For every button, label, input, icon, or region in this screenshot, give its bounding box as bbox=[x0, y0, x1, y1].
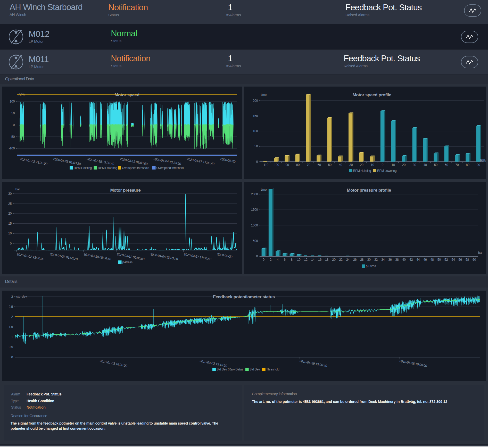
svg-text:2000: 2000 bbox=[251, 192, 258, 196]
svg-text:18: 18 bbox=[325, 258, 329, 261]
svg-text:32: 32 bbox=[374, 258, 378, 261]
svg-text:-20: -20 bbox=[359, 163, 363, 167]
svg-text:2018-06-26 10:00:00: 2018-06-26 10:00:00 bbox=[399, 359, 427, 368]
svg-text:2020-02-18 05:26:40: 2020-02-18 05:26:40 bbox=[86, 157, 115, 166]
svg-text:70: 70 bbox=[455, 163, 459, 167]
svg-text:150: 150 bbox=[253, 114, 258, 118]
svg-text:50: 50 bbox=[254, 145, 258, 148]
svg-text:2020-04-27 17:06:40: 2020-04-27 17:06:40 bbox=[183, 252, 212, 261]
svg-text:-50: -50 bbox=[10, 135, 15, 139]
svg-text:2020-02-18 05:26:40: 2020-02-18 05:26:40 bbox=[83, 252, 112, 261]
svg-text:100: 100 bbox=[10, 100, 15, 103]
svg-text:1: 1 bbox=[11, 335, 13, 339]
svg-text:0: 0 bbox=[13, 123, 15, 127]
svg-text:24: 24 bbox=[346, 258, 350, 261]
svg-text:time: time bbox=[261, 93, 267, 97]
svg-text:2020-01-26 01:53:20: 2020-01-26 01:53:20 bbox=[53, 157, 81, 166]
svg-text:500: 500 bbox=[253, 239, 258, 243]
svg-text:25: 25 bbox=[8, 202, 12, 206]
svg-text:30: 30 bbox=[367, 258, 371, 261]
svg-text:42: 42 bbox=[409, 258, 413, 261]
svg-text:1500: 1500 bbox=[251, 208, 258, 212]
svg-text:2020-04-27 17:06:40: 2020-04-27 17:06:40 bbox=[186, 157, 215, 166]
svg-text:1.5: 1.5 bbox=[9, 325, 13, 329]
svg-text:50: 50 bbox=[11, 112, 15, 115]
svg-text:RPM Hoisting: RPM Hoisting bbox=[74, 166, 92, 170]
svg-text:Std Dev: Std Dev bbox=[250, 368, 260, 371]
svg-text:-40: -40 bbox=[338, 163, 342, 167]
svg-text:Motor speed profile: Motor speed profile bbox=[352, 92, 391, 97]
svg-text:46: 46 bbox=[423, 258, 427, 261]
svg-text:15: 15 bbox=[8, 222, 12, 225]
svg-text:0: 0 bbox=[382, 163, 384, 167]
svg-text:-100: -100 bbox=[273, 163, 279, 167]
svg-text:48: 48 bbox=[430, 258, 434, 261]
svg-text:-50: -50 bbox=[327, 163, 332, 167]
svg-text:RPM Hoisting: RPM Hoisting bbox=[353, 169, 371, 173]
svg-text:Feedback potentiometer status: Feedback potentiometer status bbox=[213, 294, 275, 299]
svg-text:1000: 1000 bbox=[251, 224, 258, 227]
svg-text:-80: -80 bbox=[295, 163, 300, 167]
svg-text:54: 54 bbox=[451, 258, 455, 261]
svg-text:Motor pressure profile: Motor pressure profile bbox=[347, 188, 391, 193]
svg-text:20: 20 bbox=[402, 163, 406, 167]
svg-text:0.5: 0.5 bbox=[9, 345, 13, 349]
svg-text:10: 10 bbox=[392, 163, 395, 167]
svg-text:Threshold: Threshold bbox=[266, 368, 279, 371]
svg-text:-70: -70 bbox=[306, 163, 310, 167]
svg-text:0: 0 bbox=[11, 356, 13, 359]
svg-text:40: 40 bbox=[423, 163, 427, 167]
svg-text:2.5: 2.5 bbox=[9, 305, 13, 309]
svg-text:60: 60 bbox=[473, 258, 476, 261]
svg-text:2020-01-02 22:20:00: 2020-01-02 22:20:00 bbox=[19, 157, 48, 166]
svg-text:2018-04-29 13:06:40: 2018-04-29 13:06:40 bbox=[299, 359, 327, 368]
svg-text:20: 20 bbox=[332, 258, 336, 261]
svg-text:2020-04-04 13:33:20: 2020-04-04 13:33:20 bbox=[150, 252, 178, 261]
svg-text:Motor pressure: Motor pressure bbox=[110, 188, 140, 193]
svg-text:std_dev: std_dev bbox=[16, 295, 27, 298]
svg-text:2020-05-20: 2020-05-20 bbox=[217, 252, 233, 259]
svg-text:2018-03-02 15:13:20: 2018-03-02 15:13:20 bbox=[199, 359, 228, 368]
svg-text:80: 80 bbox=[466, 163, 470, 167]
svg-text:2020-01-02 22:20:00: 2020-01-02 22:20:00 bbox=[16, 252, 45, 261]
svg-text:2020-03-12 09:00:00: 2020-03-12 09:00:00 bbox=[117, 252, 145, 261]
svg-text:-10: -10 bbox=[370, 163, 374, 167]
svg-text:bar: bar bbox=[15, 188, 20, 191]
svg-text:30: 30 bbox=[413, 163, 416, 167]
svg-text:36: 36 bbox=[388, 258, 392, 261]
svg-text:50: 50 bbox=[434, 163, 438, 167]
svg-text:5: 5 bbox=[10, 242, 12, 245]
svg-text:2: 2 bbox=[270, 258, 272, 261]
svg-text:p-Press: p-Press bbox=[366, 264, 376, 268]
svg-text:56: 56 bbox=[458, 258, 462, 261]
svg-text:60: 60 bbox=[445, 163, 448, 167]
svg-text:44: 44 bbox=[416, 258, 420, 261]
svg-text:38: 38 bbox=[395, 258, 399, 261]
svg-text:-60: -60 bbox=[317, 163, 321, 167]
svg-text:16: 16 bbox=[318, 258, 322, 261]
svg-text:28: 28 bbox=[360, 258, 364, 261]
svg-text:Motor speed: Motor speed bbox=[114, 92, 139, 97]
svg-text:2020-05-20: 2020-05-20 bbox=[220, 157, 236, 164]
svg-text:RPM Lowering: RPM Lowering bbox=[98, 166, 117, 170]
svg-text:2: 2 bbox=[11, 315, 13, 319]
svg-text:RPM: RPM bbox=[480, 159, 486, 162]
svg-text:0: 0 bbox=[263, 258, 264, 261]
svg-text:-110: -110 bbox=[262, 163, 268, 167]
svg-text:Overspeed threshold: Overspeed threshold bbox=[156, 166, 184, 170]
svg-text:40: 40 bbox=[402, 258, 406, 261]
svg-text:50: 50 bbox=[437, 258, 441, 261]
svg-text:p-Press: p-Press bbox=[122, 260, 133, 264]
svg-text:-30: -30 bbox=[348, 163, 353, 167]
svg-text:100: 100 bbox=[253, 129, 258, 133]
svg-text:200: 200 bbox=[253, 99, 258, 103]
svg-text:3: 3 bbox=[11, 295, 13, 299]
svg-text:2018-01-03 18:20:00: 2018-01-03 18:20:00 bbox=[99, 359, 128, 368]
svg-text:0: 0 bbox=[256, 160, 258, 164]
svg-text:time: time bbox=[261, 188, 267, 191]
svg-text:RPM Lowering: RPM Lowering bbox=[377, 169, 396, 173]
svg-text:22: 22 bbox=[339, 258, 343, 261]
svg-text:10: 10 bbox=[297, 258, 301, 261]
svg-text:-100: -100 bbox=[9, 147, 15, 150]
svg-text:26: 26 bbox=[353, 258, 357, 261]
